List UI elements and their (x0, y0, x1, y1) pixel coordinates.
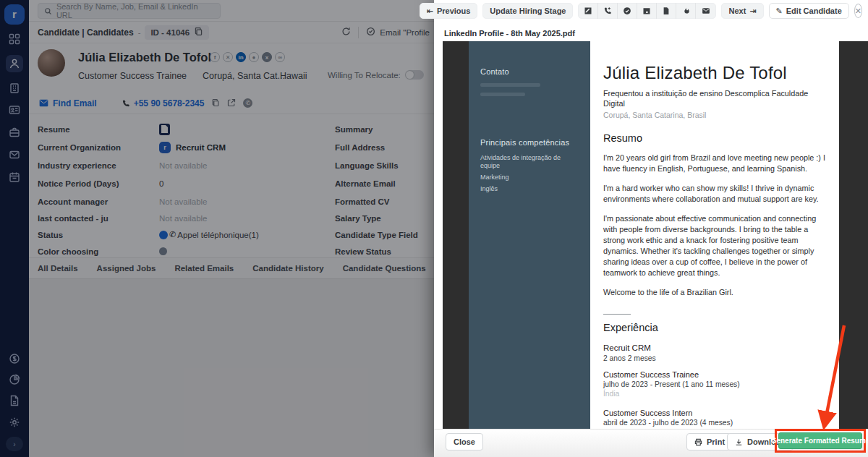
modal-footer: Close Print Download Generate Formatted … (434, 429, 868, 457)
print-icon (694, 438, 702, 446)
send-email-icon[interactable] (696, 3, 715, 19)
close-button[interactable]: Close (446, 433, 483, 450)
pdf-job-dates: abril de 2023 - julho de 2023 (4 meses) (603, 419, 827, 427)
pdf-candidate-name: Júlia Elizabeth De Tofol (603, 63, 827, 83)
pdf-company: Recruit CRM (603, 343, 827, 352)
screen: r (0, 0, 868, 457)
next-button[interactable]: Next ⇥ (721, 3, 763, 19)
update-hiring-stage-button[interactable]: Update Hiring Stage (482, 3, 573, 19)
pdf-education-line: Frequentou a instituição de ensino Desco… (603, 88, 827, 108)
download-icon (735, 438, 743, 446)
add-task-icon[interactable] (618, 3, 637, 19)
pdf-experience-heading: Experiência (603, 322, 827, 333)
pdf-job-dates: julho de 2023 - Present (1 ano 11 meses) (603, 380, 827, 388)
previous-arrow-icon: ⇤ (427, 7, 433, 16)
pdf-skills-heading: Principais competências (480, 138, 580, 147)
pdf-paragraph: Welcome to the life of a Brazilian Girl. (603, 287, 827, 298)
pdf-resumo-heading: Resumo (603, 132, 827, 144)
pdf-paragraph: I'm 20 years old girl from Brazil and lo… (603, 153, 827, 174)
pdf-job-title: Customer Success Trainee (603, 370, 827, 379)
previous-button[interactable]: ⇤ Previous (420, 3, 478, 19)
modal-backdrop[interactable] (0, 0, 434, 457)
schedule-meeting-icon[interactable] (637, 3, 657, 19)
log-call-icon[interactable] (598, 3, 618, 19)
close-icon[interactable]: ✕ (854, 4, 862, 18)
pdf-main-content: Júlia Elizabeth De Tofol Frequentou a in… (590, 41, 839, 429)
generate-formatted-resume-button[interactable]: Generate Formatted Resume (778, 432, 862, 449)
pencil-icon: ✎ (776, 7, 783, 16)
pdf-filename: LinkedIn Profile - 8th May 2025.pdf (444, 29, 575, 38)
pdf-sidebar: Contato Principais competências Atividad… (469, 41, 590, 429)
pdf-paragraph: I'm passionate about effective communica… (603, 213, 827, 278)
pdf-skill: Marketing (480, 174, 580, 181)
modal-toolbar: ⇤ Previous Update Hiring Stage (434, 0, 868, 22)
generate-resume-highlight: Generate Formatted Resume (775, 429, 866, 453)
pdf-contact-heading: Contato (480, 67, 580, 76)
quick-actions-group (578, 3, 716, 19)
pdf-paragraph: I'm a hard worker who can show my skills… (603, 183, 827, 205)
next-arrow-icon: ⇥ (749, 7, 756, 16)
pdf-company-duration: 2 anos 2 meses (603, 354, 827, 362)
add-file-icon[interactable] (657, 3, 676, 19)
edit-candidate-button[interactable]: ✎ Edit Candidate (769, 3, 849, 19)
resume-preview-modal: ⇤ Previous Update Hiring Stage (434, 0, 868, 457)
hotlist-icon[interactable] (676, 3, 696, 19)
pdf-page: Contato Principais competências Atividad… (469, 41, 839, 429)
pdf-job-title: Customer Success Intern (603, 409, 827, 417)
pdf-skill: Atividades de integração de equipe (480, 154, 580, 170)
pdf-viewer[interactable]: Contato Principais competências Atividad… (443, 41, 868, 429)
pdf-section-divider (603, 314, 631, 315)
pdf-skill: Inglês (480, 185, 580, 193)
pdf-job-location: Índia (603, 390, 827, 398)
add-note-icon[interactable] (579, 3, 598, 19)
print-button[interactable]: Print (686, 433, 733, 450)
pdf-location-line: Corupá, Santa Catarina, Brasil (603, 111, 827, 119)
